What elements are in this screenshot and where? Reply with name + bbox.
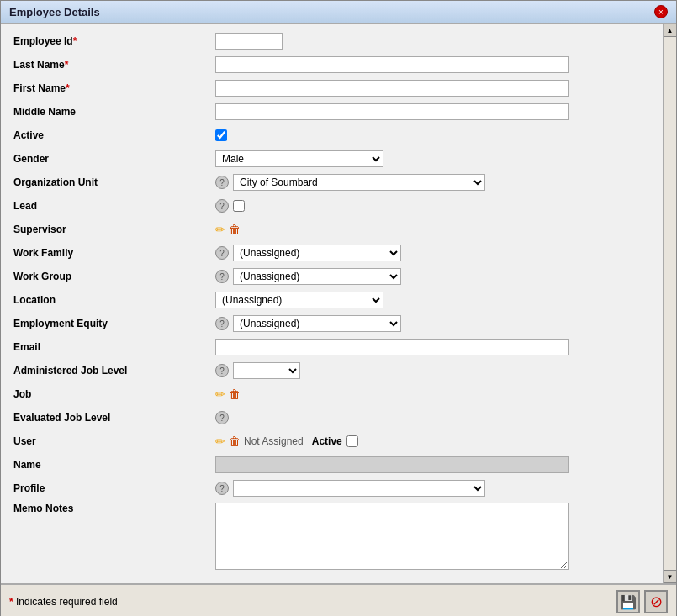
last-name-row: Last Name* <box>13 55 650 74</box>
employee-id-input[interactable] <box>215 33 283 50</box>
email-row: Email <box>13 338 650 356</box>
active-label: Active <box>13 129 215 141</box>
email-input[interactable] <box>215 339 569 355</box>
evaluated-job-level-help-icon[interactable]: ? <box>215 411 229 424</box>
gender-row: Gender Male Female Other <box>13 150 650 168</box>
last-name-input[interactable] <box>215 56 569 73</box>
work-group-help-icon[interactable]: ? <box>215 270 229 283</box>
footer: * Indicates required field 💾 ⊘ <box>1 583 676 616</box>
lead-help-icon[interactable]: ? <box>215 199 229 213</box>
supervisor-edit-icon[interactable]: ✏ <box>215 223 225 236</box>
admin-job-level-row: Administered Job Level ? <box>13 361 650 380</box>
employee-details-window: Employee Details × Employee Id* Last Nam… <box>0 0 677 616</box>
lead-label: Lead <box>13 200 215 212</box>
employment-equity-label: Employment Equity <box>13 318 215 329</box>
email-label: Email <box>13 341 215 353</box>
profile-select[interactable] <box>233 480 485 497</box>
user-row: User ✏ 🗑 Not Assigned Active <box>13 432 650 450</box>
form-content: Employee Id* Last Name* First Name* <box>1 24 663 583</box>
employment-equity-select[interactable]: (Unassigned) <box>233 315 401 332</box>
lead-checkbox[interactable] <box>233 200 245 212</box>
user-active-label: Active <box>312 435 342 447</box>
window-title: Employee Details <box>9 6 100 18</box>
memo-notes-row: Memo Notes <box>13 503 650 570</box>
work-group-select[interactable]: (Unassigned) <box>233 268 401 285</box>
title-bar: Employee Details × <box>1 1 676 24</box>
location-label: Location <box>13 294 215 306</box>
user-active-checkbox[interactable] <box>346 435 358 447</box>
user-delete-icon[interactable]: 🗑 <box>229 434 241 448</box>
lead-row: Lead ? <box>13 197 650 215</box>
job-edit-icon[interactable]: ✏ <box>215 387 225 401</box>
org-unit-row: Organization Unit ? City of Soumbard <box>13 173 650 192</box>
user-edit-icon[interactable]: ✏ <box>215 434 225 448</box>
middle-name-input[interactable] <box>215 103 569 120</box>
location-row: Location (Unassigned) <box>13 291 650 309</box>
work-family-row: Work Family ? (Unassigned) <box>13 244 650 262</box>
save-button[interactable]: 💾 <box>616 590 640 613</box>
work-family-select[interactable]: (Unassigned) <box>233 245 401 261</box>
scrollbar-track[interactable] <box>664 37 676 570</box>
name-display <box>215 456 569 473</box>
middle-name-label: Middle Name <box>13 106 215 118</box>
memo-notes-textarea[interactable] <box>215 503 569 570</box>
work-group-label: Work Group <box>13 271 215 282</box>
admin-job-level-select[interactable] <box>233 362 300 379</box>
org-unit-label: Organization Unit <box>13 176 215 188</box>
admin-job-level-label: Administered Job Level <box>13 365 215 376</box>
required-note-text: Indicates required field <box>16 596 118 608</box>
admin-job-level-help-icon[interactable]: ? <box>215 364 229 377</box>
first-name-row: First Name* <box>13 79 650 97</box>
not-assigned-text: Not Assigned <box>244 435 304 447</box>
scrollbar-down-button[interactable]: ▼ <box>664 570 677 583</box>
close-button[interactable]: × <box>654 5 668 18</box>
name-row: Name <box>13 455 650 474</box>
middle-name-row: Middle Name <box>13 103 650 121</box>
last-name-label: Last Name* <box>13 59 215 71</box>
work-family-label: Work Family <box>13 247 215 259</box>
main-area: Employee Id* Last Name* First Name* <box>1 24 676 583</box>
profile-row: Profile ? <box>13 479 650 498</box>
gender-select[interactable]: Male Female Other <box>215 150 383 167</box>
job-row: Job ✏ 🗑 <box>13 385 650 403</box>
evaluated-job-level-label: Evaluated Job Level <box>13 412 215 424</box>
employee-id-label: Employee Id* <box>13 35 215 47</box>
gender-label: Gender <box>13 153 215 165</box>
org-unit-help-icon[interactable]: ? <box>215 176 229 189</box>
required-note: * Indicates required field <box>9 596 118 608</box>
name-label: Name <box>13 459 215 471</box>
work-family-help-icon[interactable]: ? <box>215 246 229 260</box>
first-name-label: First Name* <box>13 82 215 94</box>
employment-equity-help-icon[interactable]: ? <box>215 317 229 330</box>
employment-equity-row: Employment Equity ? (Unassigned) <box>13 314 650 333</box>
location-select[interactable]: (Unassigned) <box>215 292 383 308</box>
org-unit-select[interactable]: City of Soumbard <box>233 174 485 191</box>
scrollbar-up-button[interactable]: ▲ <box>664 24 677 37</box>
employee-id-control <box>215 33 650 50</box>
user-label: User <box>13 435 215 447</box>
footer-buttons: 💾 ⊘ <box>616 590 668 613</box>
job-label: Job <box>13 388 215 400</box>
scrollbar: ▲ ▼ <box>663 24 676 583</box>
evaluated-job-level-row: Evaluated Job Level ? <box>13 408 650 427</box>
first-name-input[interactable] <box>215 80 569 97</box>
profile-label: Profile <box>13 482 215 494</box>
supervisor-delete-icon[interactable]: 🗑 <box>229 223 241 236</box>
active-checkbox[interactable] <box>215 129 227 141</box>
active-row: Active <box>13 126 650 145</box>
job-delete-icon[interactable]: 🗑 <box>229 387 241 401</box>
profile-help-icon[interactable]: ? <box>215 482 229 495</box>
cancel-button[interactable]: ⊘ <box>644 590 668 613</box>
work-group-row: Work Group ? (Unassigned) <box>13 267 650 286</box>
supervisor-label: Supervisor <box>13 224 215 235</box>
employee-id-row: Employee Id* <box>13 32 650 50</box>
supervisor-row: Supervisor ✏ 🗑 <box>13 220 650 239</box>
memo-notes-label: Memo Notes <box>13 503 215 514</box>
